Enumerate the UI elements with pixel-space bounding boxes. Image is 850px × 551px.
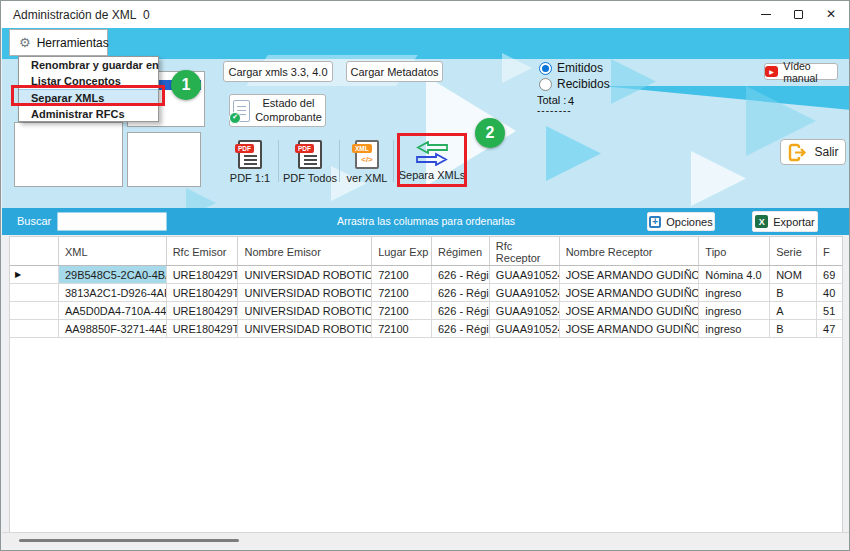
column-header-xml[interactable]: XML — [59, 237, 167, 265]
cargar-xmls-button[interactable]: Cargar xmls 3.3, 4.0 — [223, 61, 333, 82]
cell-lugar-exp[interactable]: 72100 — [372, 320, 432, 337]
cell-rfc-emisor[interactable]: URE180429TM6 — [167, 266, 239, 283]
radio-emitidos[interactable] — [539, 62, 552, 75]
cell-tipo[interactable]: ingreso — [699, 302, 770, 319]
cell-nombre-emisor[interactable]: UNIVERSIDAD ROBOTICA ESPA... — [238, 320, 372, 337]
cell-xml[interactable]: 29B548C5-2CA0-4BA7-8... — [59, 266, 167, 283]
annotation-badge-2: 2 — [475, 118, 505, 148]
maximize-icon — [794, 10, 803, 19]
column-header-regimen[interactable]: Régimen — [432, 237, 490, 265]
column-header-tipo[interactable]: Tipo — [699, 237, 770, 265]
video-manual-button[interactable]: ▶ Vídeo manual — [764, 63, 838, 80]
column-header-lugar-exp[interactable]: Lugar Exp — [372, 237, 432, 265]
salir-label: Salir — [814, 145, 838, 159]
menu-item-administrar-rfcs[interactable]: Administrar RFCs — [19, 106, 158, 122]
document-icon: ✔ — [233, 100, 250, 122]
table-row[interactable]: AA5D0DA4-710A-44EC-8... URE180429TM6 UNI… — [10, 302, 842, 320]
cargar-metadatos-button[interactable]: Cargar Metadatos — [346, 61, 443, 82]
close-icon: ✕ — [826, 7, 836, 21]
cell-tipo[interactable]: ingreso — [699, 320, 770, 337]
menu-herramientas[interactable]: ⚙ Herramientas — [9, 29, 108, 56]
column-header-nombre-emisor[interactable]: Nombre Emisor — [238, 237, 372, 265]
column-header-selector[interactable] — [10, 237, 59, 265]
grid-toolbar: Buscar Arrastra las columnas para ordena… — [2, 208, 850, 235]
pdf-1-1-button[interactable]: PDF PDF 1:1 — [226, 140, 274, 184]
cell-nombre-receptor[interactable]: JOSE ARMANDO GUDIÑO ANAYA — [560, 284, 700, 301]
cell-rfc-emisor[interactable]: URE180429TM6 — [167, 302, 239, 319]
cell-rfc-receptor[interactable]: GUAA910524KC4 — [490, 320, 560, 337]
ver-xml-button[interactable]: XML </> ver XML — [344, 140, 390, 184]
cell-lugar-exp[interactable]: 72100 — [372, 284, 432, 301]
column-header-folio[interactable]: F — [817, 237, 842, 265]
preview-box-bottom — [127, 132, 201, 187]
cell-folio[interactable]: 69 — [817, 266, 842, 283]
cell-nombre-receptor[interactable]: JOSE ARMANDO GUDIÑO ANAYA — [560, 320, 700, 337]
column-header-serie[interactable]: Serie — [770, 237, 817, 265]
cell-folio[interactable]: 51 — [817, 302, 842, 319]
menu-herramientas-label: Herramientas — [37, 36, 109, 50]
pdf-todos-button[interactable]: PDF PDF Todos — [283, 140, 337, 184]
window-title-count: 0 — [143, 8, 150, 22]
radio-recibidos[interactable] — [539, 78, 552, 91]
total-dashes: -------- — [537, 105, 572, 116]
cell-xml[interactable]: AA5D0DA4-710A-44EC-8... — [59, 302, 167, 319]
annotation-box-1 — [11, 85, 165, 106]
cell-nombre-emisor[interactable]: UNIVERSIDAD ROBOTICA ESPA... — [238, 266, 372, 283]
cell-serie[interactable]: B — [770, 320, 817, 337]
scrollbar-thumb[interactable] — [19, 539, 239, 542]
annotation-badge-1: 1 — [171, 70, 201, 100]
cell-rfc-emisor[interactable]: URE180429TM6 — [167, 284, 239, 301]
cell-tipo[interactable]: ingreso — [699, 284, 770, 301]
toolbar-separator — [393, 140, 394, 182]
cell-nombre-emisor[interactable]: UNIVERSIDAD ROBOTICA ESPA... — [238, 284, 372, 301]
opciones-button[interactable]: + Opciones — [647, 212, 715, 231]
maximize-button[interactable] — [785, 1, 811, 27]
row-selector-cell — [10, 320, 59, 337]
cell-lugar-exp[interactable]: 72100 — [372, 302, 432, 319]
column-header-nombre-receptor[interactable]: Nombre Receptor — [560, 237, 700, 265]
table-row[interactable]: AA98850F-3271-4AEC-8F... URE180429TM6 UN… — [10, 320, 842, 338]
estado-comprobante-button[interactable]: ✔ Estado del Comprobante — [229, 94, 326, 127]
cell-folio[interactable]: 40 — [817, 284, 842, 301]
drag-columns-hint: Arrastra las columnas para ordenarlas — [2, 215, 850, 227]
exportar-button[interactable]: X Exportar — [752, 211, 818, 232]
cell-serie[interactable]: A — [770, 302, 817, 319]
annotation-box-2 — [397, 133, 467, 187]
estado-comprobante-label: Estado del Comprobante — [255, 97, 322, 123]
cell-folio[interactable]: 47 — [817, 320, 842, 337]
column-header-rfc-receptor[interactable]: Rfc Receptor — [490, 237, 560, 265]
pdf-document-icon: PDF — [238, 140, 262, 169]
cell-regimen[interactable]: 626 - Régime... — [432, 266, 490, 283]
cell-lugar-exp[interactable]: 72100 — [372, 266, 432, 283]
row-selector-icon: ▶ — [10, 266, 59, 283]
cell-rfc-receptor[interactable]: GUAA910524KC4 — [490, 284, 560, 301]
cell-rfc-receptor[interactable]: GUAA910524KC4 — [490, 302, 560, 319]
table-row[interactable]: 3813A2C1-D926-4AF9-B9... URE180429TM6 UN… — [10, 284, 842, 302]
cell-regimen[interactable]: 626 - Régime... — [432, 302, 490, 319]
cell-nombre-receptor[interactable]: JOSE ARMANDO GUDIÑO ANAYA — [560, 302, 700, 319]
radio-recibidos-label: Recibidos — [557, 77, 610, 91]
excel-icon: X — [755, 215, 768, 228]
table-row[interactable]: ▶ 29B548C5-2CA0-4BA7-8... URE180429TM6 U… — [10, 266, 842, 284]
menu-item-renombrar[interactable]: Renombrar y guardar en — [19, 57, 158, 73]
window-title: Administración de XML — [13, 8, 136, 22]
salir-button[interactable]: Salir — [780, 139, 846, 165]
cell-regimen[interactable]: 626 - Régime... — [432, 320, 490, 337]
cell-rfc-emisor[interactable]: URE180429TM6 — [167, 320, 239, 337]
close-button[interactable]: ✕ — [818, 1, 844, 27]
cell-tipo[interactable]: Nómina 4.0 — [699, 266, 770, 283]
minimize-button[interactable] — [753, 1, 779, 27]
horizontal-scrollbar[interactable] — [2, 532, 850, 547]
gear-icon: ⚙ — [19, 36, 31, 49]
cell-nombre-emisor[interactable]: UNIVERSIDAD ROBOTICA ESPA... — [238, 302, 372, 319]
cell-nombre-receptor[interactable]: JOSE ARMANDO GUDIÑO ANAYA — [560, 266, 700, 283]
cell-xml[interactable]: 3813A2C1-D926-4AF9-B9... — [59, 284, 167, 301]
cell-regimen[interactable]: 626 - Régime... — [432, 284, 490, 301]
plus-box-icon: + — [649, 216, 661, 228]
cell-rfc-receptor[interactable]: GUAA910524KC4 — [490, 266, 560, 283]
cell-serie[interactable]: B — [770, 284, 817, 301]
column-header-rfc-emisor[interactable]: Rfc Emisor — [167, 237, 239, 265]
cell-xml[interactable]: AA98850F-3271-4AEC-8F... — [59, 320, 167, 337]
pdf-todos-label: PDF Todos — [283, 172, 337, 184]
cell-serie[interactable]: NOM — [770, 266, 817, 283]
